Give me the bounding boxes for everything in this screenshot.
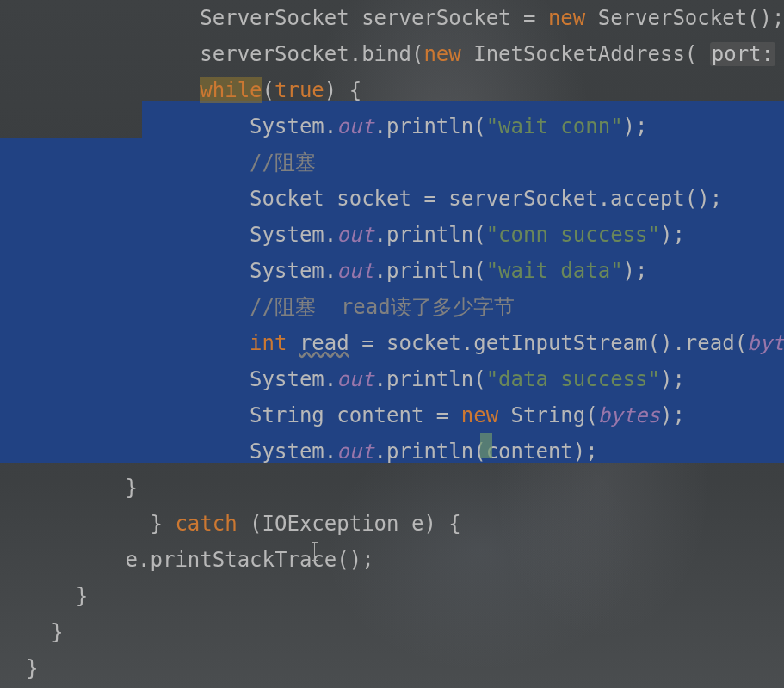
field-out: out bbox=[336, 439, 373, 464]
keyword-new: new bbox=[423, 42, 460, 66]
param-hint-port: port: bbox=[710, 42, 775, 66]
text-caret bbox=[480, 433, 492, 458]
code-line[interactable]: } bbox=[0, 578, 784, 614]
field-bytes: bytes bbox=[598, 403, 660, 427]
gutter bbox=[0, 650, 26, 686]
code-text: } bbox=[26, 620, 63, 644]
mouse-cursor-ibeam bbox=[314, 542, 315, 561]
gutter bbox=[0, 578, 26, 614]
code-text: ); bbox=[623, 114, 648, 138]
gutter bbox=[0, 36, 26, 72]
code-text: .println( bbox=[374, 114, 486, 138]
gutter bbox=[0, 506, 26, 542]
code-text: ); bbox=[660, 223, 685, 247]
code-text: e.printStackTrace(); bbox=[26, 548, 374, 572]
code-text: InetSocketAddress( bbox=[461, 42, 710, 66]
gutter bbox=[0, 72, 26, 108]
code-text: } bbox=[26, 656, 38, 680]
code-text: ); bbox=[660, 403, 685, 427]
code-text: } bbox=[101, 512, 176, 536]
field-bytes: bytes bbox=[747, 331, 784, 355]
code-text: (IOException e) { bbox=[238, 512, 461, 536]
code-editor[interactable]: ServerSocket serverSocket = new ServerSo… bbox=[0, 0, 784, 688]
code-line[interactable]: } bbox=[0, 614, 784, 650]
code-text: System. bbox=[101, 439, 337, 464]
code-line[interactable]: } catch (IOException e) { bbox=[0, 506, 784, 542]
keyword-catch: catch bbox=[175, 512, 237, 536]
code-text: ); bbox=[623, 259, 648, 283]
gutter bbox=[0, 614, 26, 650]
field-out: out bbox=[336, 114, 373, 138]
string-literal: "wait conn" bbox=[486, 114, 623, 138]
code-text: } bbox=[26, 584, 88, 608]
gutter bbox=[0, 470, 26, 506]
gutter bbox=[0, 0, 26, 36]
gutter bbox=[0, 542, 26, 578]
code-line[interactable]: } bbox=[0, 650, 784, 686]
